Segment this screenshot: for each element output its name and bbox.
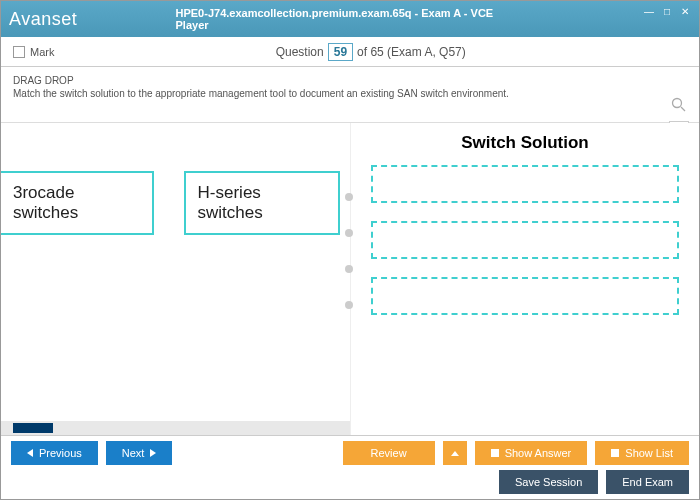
previous-button[interactable]: Previous: [11, 441, 98, 465]
scrollbar-thumb[interactable]: [13, 423, 53, 433]
drop-slot[interactable]: [371, 165, 679, 203]
drag-item[interactable]: 3rocade switches: [1, 171, 154, 235]
titlebar: Avanset HPE0-J74.examcollection.premium.…: [1, 1, 699, 37]
horizontal-scrollbar[interactable]: [1, 421, 350, 435]
drag-items-row: 3rocade switches H-series switches: [1, 171, 340, 235]
dot-icon: [345, 193, 353, 201]
drop-slot[interactable]: [371, 277, 679, 315]
previous-label: Previous: [39, 447, 82, 459]
toolbar: Mark Question 59 of 65 (Exam A, Q57): [1, 37, 699, 67]
show-answer-label: Show Answer: [505, 447, 572, 459]
review-label: Review: [371, 447, 407, 459]
review-button[interactable]: Review: [343, 441, 435, 465]
solution-title: Switch Solution: [371, 133, 679, 153]
dot-icon: [345, 265, 353, 273]
question-suffix: of 65 (Exam A, Q57): [357, 45, 466, 59]
divider-dots: [345, 193, 353, 309]
show-answer-button[interactable]: Show Answer: [475, 441, 588, 465]
end-exam-label: End Exam: [622, 476, 673, 488]
next-button[interactable]: Next: [106, 441, 173, 465]
maximize-button[interactable]: □: [659, 5, 675, 17]
end-exam-button[interactable]: End Exam: [606, 470, 689, 494]
chevron-right-icon: [150, 449, 156, 457]
drop-slot[interactable]: [371, 221, 679, 259]
show-list-label: Show List: [625, 447, 673, 459]
svg-point-0: [673, 99, 682, 108]
save-session-label: Save Session: [515, 476, 582, 488]
footer-row-1: Previous Next Review Show Answer Show Li…: [1, 436, 699, 470]
stop-icon: [611, 449, 619, 457]
instruction-heading: DRAG DROP: [13, 75, 687, 86]
next-label: Next: [122, 447, 145, 459]
logo: Avanset: [9, 9, 77, 30]
save-session-button[interactable]: Save Session: [499, 470, 598, 494]
source-pane: 3rocade switches H-series switches: [1, 123, 350, 435]
show-list-button[interactable]: Show List: [595, 441, 689, 465]
drag-item[interactable]: H-series switches: [184, 171, 340, 235]
window-title: HPE0-J74.examcollection.premium.exam.65q…: [176, 7, 525, 31]
mark-label: Mark: [30, 46, 54, 58]
minimize-button[interactable]: —: [641, 5, 657, 17]
mark-checkbox[interactable]: Mark: [13, 46, 54, 58]
footer: Previous Next Review Show Answer Show Li…: [1, 435, 699, 499]
content-area: 3rocade switches H-series switches Switc…: [1, 123, 699, 435]
target-pane: Switch Solution: [350, 123, 699, 435]
close-button[interactable]: ✕: [677, 5, 693, 17]
question-label: Question: [276, 45, 324, 59]
review-dropdown-button[interactable]: [443, 441, 467, 465]
question-number: 59: [328, 43, 353, 61]
instructions: DRAG DROP Match the switch solution to t…: [1, 67, 699, 123]
question-info: Question 59 of 65 (Exam A, Q57): [276, 43, 466, 61]
app-window: Avanset HPE0-J74.examcollection.premium.…: [0, 0, 700, 500]
dot-icon: [345, 301, 353, 309]
checkbox-icon: [13, 46, 25, 58]
dot-icon: [345, 229, 353, 237]
chevron-up-icon: [451, 451, 459, 456]
stop-icon: [491, 449, 499, 457]
svg-line-1: [681, 107, 685, 111]
instruction-text: Match the switch solution to the appropr…: [13, 88, 687, 99]
search-icon[interactable]: [671, 97, 687, 113]
chevron-left-icon: [27, 449, 33, 457]
window-controls: — □ ✕: [641, 5, 693, 17]
footer-row-2: Save Session End Exam: [1, 470, 699, 499]
